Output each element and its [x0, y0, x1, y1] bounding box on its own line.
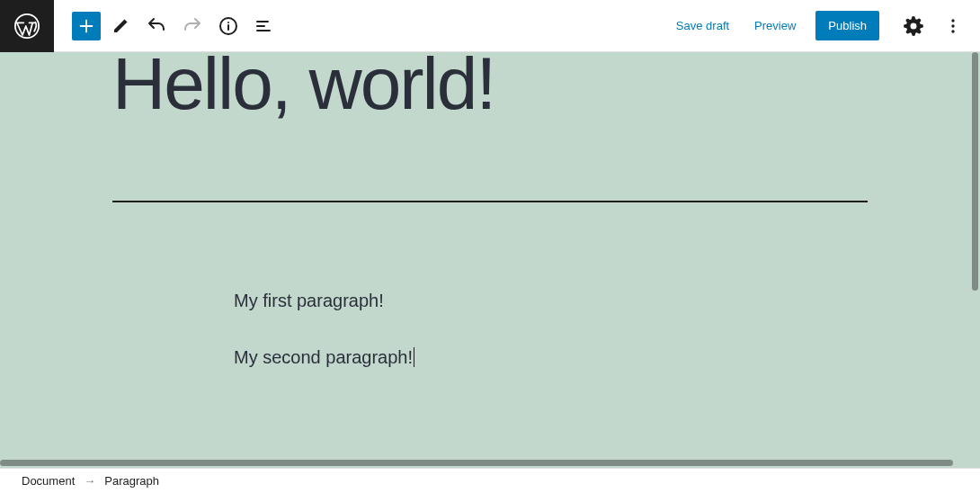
details-button[interactable] [212, 10, 245, 42]
separator-block[interactable] [112, 201, 868, 202]
chevron-right-icon: → [84, 474, 95, 488]
svg-point-4 [951, 30, 954, 32]
text-cursor [414, 347, 414, 367]
breadcrumb-root[interactable]: Document [22, 474, 75, 488]
horizontal-scrollbar[interactable] [0, 460, 980, 466]
toolbar-right-group: Save draft Preview Publish [667, 10, 969, 42]
undo-button[interactable] [140, 10, 173, 42]
vertical-scrollbar-thumb[interactable] [972, 52, 978, 291]
paragraph-block[interactable]: My first paragraph! [234, 291, 384, 311]
options-button[interactable] [937, 10, 969, 42]
horizontal-scrollbar-thumb[interactable] [0, 460, 953, 466]
editor-toolbar: Save draft Preview Publish [0, 0, 980, 52]
outline-button[interactable] [248, 10, 281, 42]
toolbar-left-group [54, 10, 281, 42]
paragraph-block[interactable]: My second paragraph! [234, 347, 414, 368]
svg-point-2 [951, 19, 954, 22]
breadcrumb-current[interactable]: Paragraph [104, 474, 159, 488]
wordpress-logo-button[interactable] [0, 0, 54, 52]
paragraph-text: My first paragraph! [234, 291, 384, 310]
redo-icon [182, 15, 203, 37]
preview-button[interactable]: Preview [745, 12, 805, 40]
plus-icon [76, 16, 96, 36]
tools-button[interactable] [104, 10, 137, 42]
paragraph-text: My second paragraph! [234, 347, 413, 367]
list-view-icon [254, 15, 275, 37]
post-title[interactable]: Hello, world! [112, 52, 868, 124]
vertical-scrollbar[interactable] [972, 52, 978, 468]
undo-icon [146, 15, 167, 37]
settings-button[interactable] [897, 10, 930, 42]
block-breadcrumb: Document → Paragraph [0, 468, 980, 493]
gear-icon [903, 15, 924, 37]
pencil-icon [110, 15, 131, 37]
wordpress-icon [13, 13, 40, 40]
redo-button[interactable] [176, 10, 209, 42]
add-block-button[interactable] [72, 12, 101, 40]
editor-canvas[interactable]: Hello, world! My first paragraph! My sec… [0, 52, 980, 468]
publish-button[interactable]: Publish [815, 11, 879, 40]
save-draft-button[interactable]: Save draft [667, 12, 738, 40]
info-icon [218, 15, 239, 37]
more-vertical-icon [942, 15, 964, 37]
svg-point-3 [951, 24, 954, 27]
